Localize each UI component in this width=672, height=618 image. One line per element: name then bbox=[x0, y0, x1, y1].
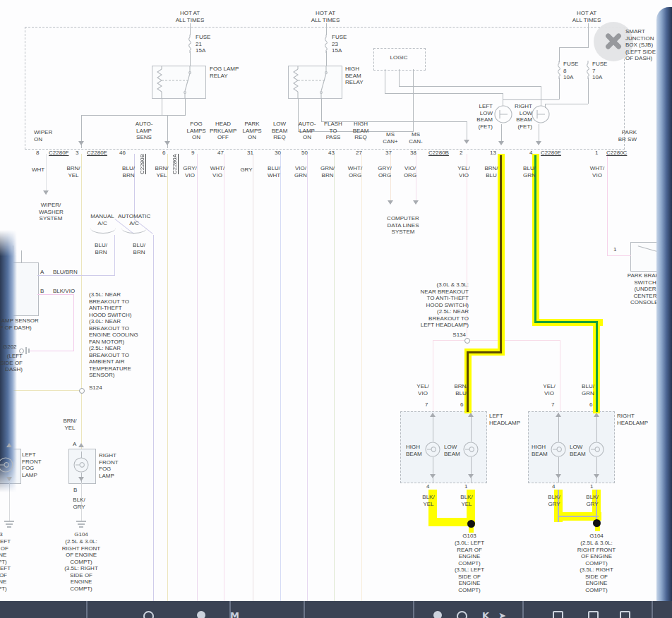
high-beam-relay-symbol bbox=[288, 66, 342, 99]
ground-icon bbox=[4, 521, 14, 522]
left-headlamp-label: LEFT HEADLAMP bbox=[489, 413, 524, 426]
wire-color: BLK/ GRY bbox=[583, 494, 601, 507]
hot-at-label: HOT AT ALL TIMES bbox=[309, 10, 342, 23]
toolbar-user-icon[interactable] bbox=[197, 611, 205, 618]
pin-number: 30 bbox=[275, 150, 281, 157]
connector-c2280a: C2280A bbox=[172, 147, 179, 174]
wire bbox=[503, 99, 559, 100]
ground-g104-label: G104 bbox=[574, 533, 619, 540]
signal-ms-can-plus: MS CAN+ bbox=[380, 131, 400, 145]
toolbar-divider bbox=[413, 601, 414, 618]
fuse-21-symbol bbox=[184, 35, 196, 53]
wire-color: BRN/ YEL bbox=[152, 165, 171, 178]
signal-head-prklamp-off: HEAD PRKLAMP OFF bbox=[210, 121, 236, 141]
wire-blugrn bbox=[534, 321, 598, 323]
arrow-down-icon bbox=[43, 190, 49, 195]
wire-vioorg bbox=[416, 154, 416, 203]
wire bbox=[471, 457, 472, 483]
high-beam-relay-label: HIGH BEAM RELAY bbox=[345, 66, 369, 86]
toolbar-circle-icon[interactable] bbox=[143, 611, 154, 618]
wire-gryorg bbox=[390, 154, 391, 203]
wire-color: BRN/ BLU bbox=[482, 165, 500, 178]
wiring-diagram-viewer: HOT AT ALL TIMES HOT AT ALL TIMES HOT AT… bbox=[0, 0, 672, 618]
wire bbox=[596, 457, 597, 483]
wire-blkgry bbox=[558, 516, 599, 517]
arrow-down-icon bbox=[78, 141, 84, 145]
wire-viogrn bbox=[307, 154, 308, 601]
arrow-down-icon bbox=[413, 200, 419, 205]
signal-park-br-sw: PARK BR SW bbox=[608, 129, 637, 143]
arrow-down-icon bbox=[164, 141, 170, 145]
toolbar-circle-icon[interactable] bbox=[457, 611, 467, 618]
wire-yelvio bbox=[560, 340, 560, 411]
pin-number: 43 bbox=[328, 150, 335, 157]
signal-park-lamps-on: PARK LAMPS ON bbox=[241, 121, 263, 141]
arrow-up-icon bbox=[6, 443, 12, 447]
toolbar-square-icon[interactable] bbox=[588, 611, 599, 618]
pin-number: 1 bbox=[595, 150, 598, 157]
arrow-down-icon bbox=[468, 474, 474, 478]
wire-gryvio bbox=[197, 154, 198, 601]
bottom-toolbar[interactable]: M K ➤ bbox=[0, 601, 672, 618]
pin-letter: A bbox=[40, 269, 44, 276]
wire-color: GRY/ VIO bbox=[181, 165, 199, 178]
low-beam-label: LOW BEAM bbox=[570, 444, 589, 457]
ground-icon bbox=[7, 526, 11, 528]
pin-number: 1 bbox=[590, 483, 593, 490]
wire bbox=[399, 86, 541, 87]
toolbar-square-icon[interactable] bbox=[620, 611, 630, 618]
wire bbox=[558, 457, 559, 483]
wire bbox=[162, 99, 162, 115]
pin-number: 1 bbox=[464, 483, 467, 490]
wire-whtorg bbox=[361, 154, 362, 601]
wire-yelvio bbox=[433, 340, 560, 341]
signal-low-beam-req: LOW BEAM REQ bbox=[269, 121, 290, 141]
arrow-down-icon bbox=[594, 474, 599, 478]
arrow-down-icon bbox=[388, 200, 393, 205]
toolbar-square-icon[interactable] bbox=[553, 611, 563, 618]
right-low-beam-fet-symbol bbox=[531, 105, 551, 125]
pin-number: 7 bbox=[425, 401, 428, 408]
wire bbox=[385, 69, 385, 93]
toolbar-k-icon[interactable]: K bbox=[482, 611, 489, 618]
wire-brnblu bbox=[500, 155, 502, 351]
toolbar-circle-icon[interactable] bbox=[433, 611, 442, 618]
wire bbox=[471, 413, 472, 442]
wire bbox=[541, 86, 541, 106]
wire bbox=[190, 51, 191, 66]
pin-number: 13 bbox=[490, 150, 496, 157]
splice-s134-note: (3.0L & 3.5L: NEAR BREAKOUT TO ANTI-THEF… bbox=[419, 281, 469, 329]
wire bbox=[433, 413, 433, 442]
wire bbox=[399, 69, 400, 86]
wire-blubrn bbox=[153, 235, 154, 601]
ground-g103-label: G103 bbox=[0, 531, 18, 538]
toolbar-m-icon[interactable]: M bbox=[230, 611, 239, 618]
arrow-down-icon bbox=[556, 474, 561, 478]
pin-number: 4 bbox=[529, 150, 532, 157]
wire-gry bbox=[253, 154, 253, 601]
pin-number: 38 bbox=[410, 150, 416, 157]
wire-color: YEL/ VIO bbox=[414, 383, 432, 396]
wire-whtvio bbox=[607, 154, 608, 256]
pin-number: 6 bbox=[589, 401, 592, 408]
ground-g202-location: (LEFT SIDE OF DASH) bbox=[0, 353, 23, 373]
pin-number: 3 bbox=[76, 150, 78, 157]
wire bbox=[21, 250, 22, 263]
wire bbox=[503, 93, 503, 106]
wire-color: BLK/ YEL bbox=[457, 494, 476, 507]
wire-color: BRN/ YEL bbox=[61, 418, 79, 431]
arrow-up-icon bbox=[78, 443, 84, 447]
wire-color: BLK/VIO bbox=[53, 288, 75, 295]
wire-color: GRY bbox=[237, 166, 256, 174]
right-fog-lamp-label: RIGHT FRONT FOG LAMP bbox=[99, 452, 123, 479]
wire-color: BLK/ GRY bbox=[545, 494, 563, 507]
arrow-up-icon bbox=[430, 413, 436, 417]
hot-at-label: HOT AT ALL TIMES bbox=[570, 10, 603, 23]
connector-c2280f: C2280F bbox=[49, 150, 68, 157]
signal-wiper-on: WIPER ON bbox=[34, 129, 58, 143]
fog-lamp-bulb-icon bbox=[0, 456, 14, 473]
toolbar-arrow-icon[interactable]: ➤ bbox=[498, 611, 506, 618]
sjb-title: SMART JUNCTION BOX (SJB) (LEFT SIDE OF D… bbox=[625, 28, 669, 62]
toolbar-divider bbox=[522, 601, 524, 618]
wire-color: VIO/ GRN bbox=[292, 165, 310, 178]
